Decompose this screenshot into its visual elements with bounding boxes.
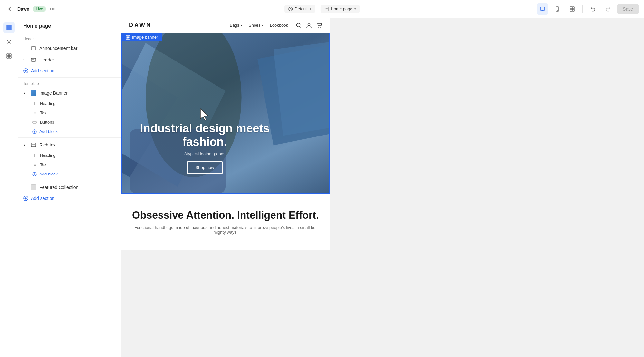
store-name: Dawn xyxy=(17,6,29,12)
sidebar-item-announcement-bar[interactable]: › Announcement bar xyxy=(18,42,121,54)
featured-collection-icon xyxy=(30,184,37,191)
page-chevron: ▾ xyxy=(354,7,356,11)
sidebar-sub-text-2[interactable]: ≡ Text xyxy=(18,160,121,169)
sidebar-item-image-banner[interactable]: ∨ Image Banner xyxy=(18,87,121,99)
rich-text-label: Rich text xyxy=(39,142,116,147)
svg-rect-5 xyxy=(570,7,572,9)
page-selector[interactable]: Home page ▾ xyxy=(320,5,360,13)
svg-rect-15 xyxy=(7,56,9,58)
image-banner[interactable]: Image banner xyxy=(121,33,330,194)
svg-rect-14 xyxy=(9,54,11,56)
sidebar-sub-text-1[interactable]: ≡ Text xyxy=(18,108,121,117)
add-section-button-2[interactable]: Add section xyxy=(18,193,121,203)
svg-point-27 xyxy=(318,27,319,28)
svg-rect-8 xyxy=(572,9,574,11)
image-banner-tag: Image banner xyxy=(122,33,162,41)
default-chevron: ▾ xyxy=(310,7,311,11)
announcement-bar-label: Announcement bar xyxy=(39,46,116,51)
add-block-2-label: Add block xyxy=(39,172,58,176)
featured-chevron-icon: › xyxy=(23,186,28,189)
icon-sidebar xyxy=(0,18,18,357)
nav-link-bags[interactable]: Bags ▾ xyxy=(230,23,242,28)
account-icon[interactable] xyxy=(306,23,312,28)
template-section-label: Template xyxy=(18,79,121,87)
default-selector[interactable]: Default ▾ xyxy=(284,5,315,13)
header-section-label: Header xyxy=(18,34,121,42)
desktop-view-button[interactable] xyxy=(537,3,548,15)
text-icon-1: ≡ xyxy=(32,111,37,115)
page-label: Home page xyxy=(331,6,352,11)
sections-icon-button[interactable] xyxy=(3,22,15,33)
banner-content: Industrial design meets fashion. Atypica… xyxy=(122,122,288,174)
svg-rect-2 xyxy=(540,7,545,10)
heading-icon: T xyxy=(32,101,37,106)
text-1-label: Text xyxy=(40,110,48,115)
svg-rect-10 xyxy=(7,27,11,29)
app-body: Home page Header › Announcement bar › He… xyxy=(0,18,330,357)
topbar-center: Default ▾ Home page ▾ xyxy=(284,5,360,13)
apps-icon-button[interactable] xyxy=(3,50,15,62)
svg-rect-7 xyxy=(570,9,572,11)
sidebar-sub-heading-2[interactable]: T Heading xyxy=(18,151,121,160)
settings-icon-button[interactable] xyxy=(3,36,15,48)
sidebar-item-header[interactable]: › Header xyxy=(18,54,121,66)
store-nav-links: Bags ▾ Shoes ▾ Lookbook xyxy=(230,23,288,28)
undo-button[interactable] xyxy=(587,3,599,15)
default-label: Default xyxy=(294,6,308,11)
svg-rect-20 xyxy=(33,121,36,123)
add-block-button-2[interactable]: Add block xyxy=(18,169,121,179)
nav-link-lookbook[interactable]: Lookbook xyxy=(270,23,288,28)
svg-point-12 xyxy=(8,41,10,43)
back-button[interactable] xyxy=(5,5,14,14)
redo-button[interactable] xyxy=(602,3,614,15)
preview-frame: DAWN Bags ▾ Shoes ▾ Lookbook xyxy=(121,18,330,250)
shop-now-button[interactable]: Shop now xyxy=(187,161,223,174)
announcement-bar-icon xyxy=(30,45,37,52)
sidebar-item-featured-collection[interactable]: › Featured Collection xyxy=(18,182,121,193)
svg-rect-13 xyxy=(7,54,9,56)
layout-button[interactable] xyxy=(566,3,578,15)
svg-rect-9 xyxy=(7,25,11,27)
rich-text-headline: Obsessive Attention. Intelligent Effort. xyxy=(129,209,322,221)
live-badge: Live xyxy=(33,6,46,12)
topbar-right: Save xyxy=(537,3,639,15)
heading-1-label: Heading xyxy=(40,101,55,106)
divider-2 xyxy=(18,137,121,138)
save-button[interactable]: Save xyxy=(617,4,639,14)
svg-point-28 xyxy=(320,27,321,28)
svg-rect-6 xyxy=(572,7,574,9)
add-section-button-header[interactable]: Add section xyxy=(18,66,121,76)
header-chevron-icon: › xyxy=(23,58,28,62)
svg-marker-34 xyxy=(274,40,329,136)
add-block-1-label: Add block xyxy=(39,129,58,134)
store-nav-icons xyxy=(296,23,322,28)
svg-rect-17 xyxy=(31,47,36,50)
mobile-view-button[interactable] xyxy=(552,3,563,15)
image-banner-label: Image Banner xyxy=(39,90,116,96)
rich-text-body: Functional handbags made of luxurious an… xyxy=(129,225,322,235)
add-block-button-1[interactable]: Add block xyxy=(18,127,121,136)
header-label: Header xyxy=(39,57,116,62)
heading-2-icon: T xyxy=(32,153,37,158)
svg-point-4 xyxy=(557,10,558,11)
add-section-2-label: Add section xyxy=(31,196,54,201)
image-banner-icon xyxy=(30,90,37,96)
store-logo: DAWN xyxy=(129,22,222,29)
nav-link-shoes[interactable]: Shoes ▾ xyxy=(249,23,264,28)
sidebar-item-rich-text[interactable]: ∨ Rich text xyxy=(18,139,121,151)
image-banner-chevron-icon: ∨ xyxy=(23,91,28,95)
more-button[interactable]: ••• xyxy=(49,6,55,12)
topbar: Dawn Live ••• Default ▾ Home page ▾ xyxy=(0,0,644,18)
buttons-label: Buttons xyxy=(40,120,54,125)
rich-text-chevron-icon: ∨ xyxy=(23,143,28,147)
cart-icon[interactable] xyxy=(316,23,322,28)
sidebar-sub-heading-1[interactable]: T Heading xyxy=(18,99,121,108)
sidebar-title: Home page xyxy=(18,23,121,34)
sidebar-sub-buttons[interactable]: Buttons xyxy=(18,117,121,127)
rich-text-icon xyxy=(30,142,37,148)
buttons-icon xyxy=(32,120,37,125)
search-icon[interactable] xyxy=(296,23,302,28)
text-2-label: Text xyxy=(40,162,48,167)
svg-point-26 xyxy=(308,23,310,25)
main-sidebar: Home page Header › Announcement bar › He… xyxy=(18,18,121,357)
